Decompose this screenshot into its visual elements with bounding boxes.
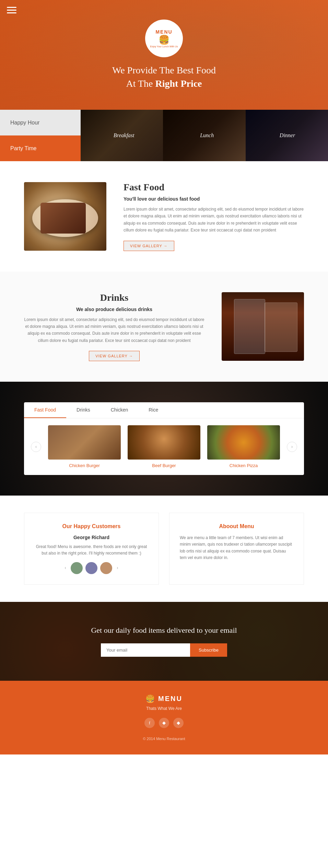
email-content: Get our daily food items delivered to yo…: [24, 626, 304, 657]
menu-tabs-container: Fast Food Drinks Chicken Rice ‹ Chicken …: [24, 402, 304, 475]
testimonial-box: Our Happy Customers George Richard Great…: [24, 513, 159, 584]
logo-circle: MENU 🍔 Enjoy Your Lunch With Us: [145, 20, 183, 57]
menu-items-row: ‹ Chicken Burger Beef Burger Chicken Piz…: [24, 418, 304, 475]
hero-section: MENU 🍔 Enjoy Your Lunch With Us We Provi…: [0, 0, 328, 110]
chicken-burger-image: [48, 425, 121, 460]
nav-tab-lunch[interactable]: Lunch: [200, 132, 214, 139]
footer: 🍔 MENU Thats What We Are f ◆ ◆ © 2014 Me…: [0, 681, 328, 754]
subscribe-btn[interactable]: Subscribe: [190, 643, 227, 657]
fast-food-image: [24, 182, 106, 251]
email-input[interactable]: [101, 643, 190, 657]
beef-burger-label: Beef Burger: [128, 463, 200, 468]
avatar-1: [71, 562, 83, 574]
hero-headline: We Provide The Best Food At The Right Pr…: [112, 63, 216, 90]
nav-right: Breakfast Lunch Dinner: [81, 110, 328, 161]
carousel-prev-btn[interactable]: ‹: [31, 442, 41, 452]
about-box: Aboout Menu We are menu a little team of…: [169, 513, 304, 584]
drinks-content: Drinks We also produce delicious drinks …: [24, 292, 204, 361]
nav-tab-party-time[interactable]: Party Time: [0, 135, 81, 161]
menu-tab-drinks[interactable]: Drinks: [66, 402, 101, 418]
nav-tab-dinner[interactable]: Dinner: [280, 132, 295, 139]
social-diamond-icon[interactable]: ◆: [159, 718, 169, 728]
drinks-image: [222, 292, 304, 361]
reviewer-name: George Richard: [35, 535, 148, 540]
fast-food-section: Fast Food You'll love our delicious fast…: [0, 161, 328, 272]
nav-left: Happy Hour Party Time: [0, 110, 81, 161]
avatar-row: ‹ ›: [35, 562, 148, 574]
social-icons: f ◆ ◆: [24, 718, 304, 728]
social-diamond2-icon[interactable]: ◆: [173, 718, 184, 728]
review-text: Great food! Menu is awesome. there foods…: [35, 544, 148, 557]
nav-tab-happy-hour[interactable]: Happy Hour: [0, 110, 81, 135]
footer-tagline: Thats What We Are: [24, 706, 304, 711]
about-title: Aboout Menu: [180, 523, 293, 530]
menu-tab-header: Fast Food Drinks Chicken Rice: [24, 402, 304, 418]
email-section: Get our daily food items delivered to yo…: [0, 602, 328, 681]
drinks-title: Drinks: [24, 292, 204, 303]
beef-burger-image: [128, 425, 200, 460]
nav-tab-breakfast[interactable]: Breakfast: [114, 132, 134, 139]
drinks-subtitle: We also produce delicious drinks: [24, 307, 204, 312]
menu-dark-section: Fast Food Drinks Chicken Rice ‹ Chicken …: [0, 382, 328, 496]
footer-logo-text: MENU: [158, 695, 183, 703]
fast-food-title: Fast Food: [124, 182, 304, 193]
nav-tabs: Happy Hour Party Time Breakfast Lunch Di…: [0, 110, 328, 161]
footer-copyright: © 2014 Menu Restaurant: [24, 737, 304, 741]
logo-burger-icon: 🍔: [159, 35, 169, 45]
hero-text: We Provide The Best Food At The Right Pr…: [112, 63, 216, 90]
about-text: We are menu a little team of 7 members. …: [180, 535, 293, 561]
testimonial-prev-btn[interactable]: ‹: [63, 565, 68, 571]
footer-burger-icon: 🍔: [145, 694, 155, 703]
chicken-pizza-label: Chicken Pizza: [207, 463, 280, 468]
drinks-description: Lorem ipsum dolor sit amet, consectetur …: [24, 316, 204, 344]
testimonial-next-btn[interactable]: ›: [115, 565, 120, 571]
menu-item-chicken-burger: Chicken Burger: [48, 425, 121, 468]
menu-item-beef-burger: Beef Burger: [128, 425, 200, 468]
fast-food-content: Fast Food You'll love our delicious fast…: [124, 182, 304, 251]
fast-food-subtitle: You'll love our delicious fast food: [124, 196, 304, 202]
drinks-section: Drinks We also produce delicious drinks …: [0, 272, 328, 382]
info-section: Our Happy Customers George Richard Great…: [0, 496, 328, 602]
carousel-next-btn[interactable]: ›: [287, 442, 297, 452]
menu-item-chicken-pizza: Chicken Pizza: [207, 425, 280, 468]
facebook-icon[interactable]: f: [144, 718, 155, 728]
footer-logo: 🍔 MENU: [24, 694, 304, 703]
logo-tagline: Enjoy Your Lunch With Us: [150, 45, 178, 48]
testimonial-title: Our Happy Customers: [35, 523, 148, 530]
menu-tab-chicken[interactable]: Chicken: [101, 402, 139, 418]
email-form: Subscribe: [24, 643, 304, 657]
avatar-3: [100, 562, 112, 574]
menu-tab-fast-food[interactable]: Fast Food: [24, 402, 66, 418]
chicken-burger-label: Chicken Burger: [48, 463, 121, 468]
logo-title: MENU: [155, 29, 172, 35]
fast-food-gallery-btn[interactable]: VIEW GALLERY: [124, 241, 174, 251]
drinks-gallery-btn[interactable]: VIEW GALLERY: [89, 351, 140, 361]
hamburger-menu[interactable]: [7, 7, 16, 13]
fast-food-description: Lorem ipsum dolor sit amet, consectetur …: [124, 206, 304, 234]
menu-tab-rice[interactable]: Rice: [138, 402, 168, 418]
email-headline: Get our daily food items delivered to yo…: [24, 626, 304, 635]
avatar-2: [85, 562, 97, 574]
chicken-pizza-image: [207, 425, 280, 460]
